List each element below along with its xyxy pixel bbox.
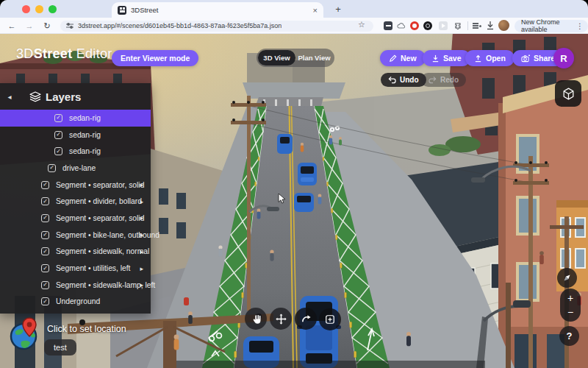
expand-arrow-icon[interactable]: ▸ xyxy=(140,214,143,222)
scene-name-button[interactable]: test xyxy=(44,339,76,355)
set-location-hint[interactable]: Click to set location xyxy=(47,324,126,334)
view-toggle: 3D View Plan View xyxy=(257,49,334,67)
collapse-panel-icon[interactable]: ◂ xyxy=(0,93,19,101)
layer-row-segment[interactable]: ✓Segment • bike-lane, outbound▸ xyxy=(0,227,151,244)
layer-row-segment[interactable]: ✓Segment • utilities, left▸ xyxy=(0,260,151,277)
menu-kebab-icon[interactable]: ⋮ xyxy=(576,22,584,30)
tab-close-icon[interactable]: × xyxy=(313,6,318,15)
layer-label: sedan-rig xyxy=(69,114,101,122)
visibility-checkbox[interactable]: ✓ xyxy=(41,247,49,255)
check-icon: ✓ xyxy=(43,199,48,205)
layer-label: sedan-rig xyxy=(69,131,101,139)
geo-globe-button[interactable] xyxy=(10,316,42,352)
browser-navbar: ← → ↻ 3dstreet.app/#/scenes/d601eb45-bb1… xyxy=(0,18,588,34)
check-icon: ✓ xyxy=(56,132,61,138)
open-button[interactable]: Open xyxy=(465,50,514,66)
zoom-in-button[interactable]: + xyxy=(567,294,573,302)
profile-avatar[interactable] xyxy=(498,20,509,31)
layer-row-sedan-rig[interactable]: ✓sedan-rig xyxy=(0,110,151,127)
save-button[interactable]: Save xyxy=(423,50,470,66)
new-button[interactable]: New xyxy=(380,50,426,66)
maximize-window-button[interactable] xyxy=(49,5,57,13)
visibility-checkbox[interactable]: ✓ xyxy=(41,264,49,272)
bottom-shadow xyxy=(176,361,485,368)
zoom-out-button[interactable]: − xyxy=(567,308,573,316)
extension-red-icon[interactable] xyxy=(410,21,419,30)
3d-view-label: 3D View xyxy=(263,54,290,62)
site-info-icon[interactable] xyxy=(66,23,74,29)
forward-button[interactable]: → xyxy=(24,20,35,32)
visibility-checkbox[interactable]: ✓ xyxy=(41,181,49,189)
visibility-checkbox[interactable]: ✓ xyxy=(54,114,62,122)
chrome-update-pill[interactable]: New Chrome available ⋮ xyxy=(514,20,588,32)
help-button[interactable]: ? xyxy=(559,326,579,346)
layer-label: Segment • bike-lane, outbound xyxy=(56,231,159,239)
browser-window: 3DStreet × + ← → ↻ 3dstreet.app/#/scenes… xyxy=(0,0,588,368)
expand-arrow-icon[interactable]: ▸ xyxy=(140,265,143,272)
tab-plan-view[interactable]: Plan View xyxy=(295,50,333,66)
tab-3d-view[interactable]: 3D View xyxy=(258,50,295,66)
share-camera-icon xyxy=(521,54,530,63)
viewer-mode-label: Enter Viewer mode xyxy=(121,54,190,63)
visibility-checkbox[interactable]: ✓ xyxy=(54,147,62,155)
rotate-tool[interactable] xyxy=(295,308,317,330)
check-icon: ✓ xyxy=(43,249,48,255)
visibility-checkbox[interactable]: ✓ xyxy=(41,214,49,222)
chrome-update-label: New Chrome available xyxy=(521,18,573,33)
minimize-window-button[interactable] xyxy=(35,5,43,13)
account-avatar[interactable]: R xyxy=(553,48,574,68)
undo-button[interactable]: Undo xyxy=(381,73,426,87)
browser-tab[interactable]: 3DStreet × xyxy=(112,2,323,18)
visibility-checkbox[interactable]: ✓ xyxy=(54,131,62,139)
avatar-initial: R xyxy=(560,53,567,64)
visibility-checkbox[interactable]: ✓ xyxy=(41,297,49,305)
tab-title: 3DStreet xyxy=(131,6,310,14)
layer-row-segment[interactable]: ✓Segment • separator, solid▸ xyxy=(0,210,151,227)
visibility-checkbox[interactable]: ✓ xyxy=(41,231,49,239)
expand-arrow-icon[interactable]: ▸ xyxy=(140,198,143,205)
layer-row-underground[interactable]: ✓Underground xyxy=(0,294,151,311)
reload-button[interactable]: ↻ xyxy=(41,20,53,32)
enter-viewer-mode-button[interactable]: Enter Viewer mode xyxy=(112,50,198,66)
translate-tool[interactable] xyxy=(270,308,292,330)
downloads-icon[interactable] xyxy=(486,21,495,30)
extension-grid-icon[interactable] xyxy=(384,21,392,30)
visibility-checkbox[interactable]: ✓ xyxy=(48,164,56,172)
back-button[interactable]: ← xyxy=(6,20,18,32)
layer-row-drive-lane[interactable]: ✓drive-lane xyxy=(0,160,151,177)
cube-icon xyxy=(562,87,576,101)
layer-row-segment[interactable]: ✓Segment • sidewalk, normal▸ xyxy=(0,244,151,261)
extension-record-icon[interactable] xyxy=(423,21,432,30)
expand-arrow-icon[interactable]: ▸ xyxy=(140,248,143,255)
inspector-cube-button[interactable] xyxy=(555,80,581,107)
expand-arrow-icon[interactable]: ▸ xyxy=(140,231,143,238)
check-icon: ✓ xyxy=(49,165,54,171)
media-controls-icon[interactable] xyxy=(473,21,481,30)
selection-box-tool[interactable] xyxy=(319,308,341,330)
layer-row-segment[interactable]: ✓Segment • sidewalk-lamp, left▸ xyxy=(0,277,151,294)
layer-label: Underground xyxy=(56,297,100,305)
address-bar[interactable]: 3dstreet.app/#/scenes/d601eb45-bb1d-4863… xyxy=(60,21,373,32)
expand-arrow-icon[interactable]: ▸ xyxy=(140,181,143,188)
layer-row-segment[interactable]: ✓Segment • separator, solid▸ xyxy=(0,177,151,194)
redo-button[interactable]: Redo xyxy=(421,73,466,87)
visibility-checkbox[interactable]: ✓ xyxy=(41,281,49,289)
save-icon xyxy=(431,54,440,63)
layers-list: ✓sedan-rig ✓sedan-rig ✓sedan-rig ✓drive-… xyxy=(0,110,151,310)
compass-reset-button[interactable] xyxy=(557,268,577,288)
undo-icon xyxy=(388,76,396,84)
hand-pan-tool[interactable] xyxy=(245,308,267,330)
layer-row-sedan-rig[interactable]: ✓sedan-rig xyxy=(0,127,151,144)
close-window-button[interactable] xyxy=(22,5,30,13)
zoom-controls: + − xyxy=(560,289,581,322)
visibility-checkbox[interactable]: ✓ xyxy=(41,197,49,205)
extension-play-icon[interactable] xyxy=(439,21,448,30)
layer-row-sedan-rig[interactable]: ✓sedan-rig xyxy=(0,143,151,160)
extensions-puzzle-icon[interactable] xyxy=(453,21,462,30)
bookmark-star-icon[interactable]: ☆ xyxy=(358,20,365,29)
layer-row-segment[interactable]: ✓Segment • divider, bollard▸ xyxy=(0,193,151,210)
expand-arrow-icon[interactable]: ▸ xyxy=(140,281,143,289)
new-tab-button[interactable]: + xyxy=(332,4,344,15)
extension-cloud-icon[interactable] xyxy=(397,21,406,30)
layer-label: Segment • divider, bollard xyxy=(56,197,142,205)
